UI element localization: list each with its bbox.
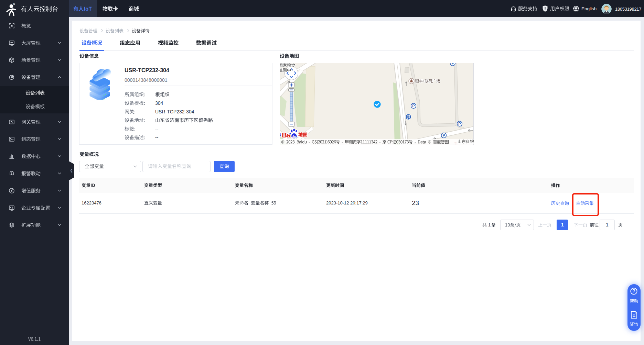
svg-text:du: du <box>292 134 296 138</box>
svg-text:R: R <box>13 3 15 5</box>
svg-text:P: P <box>442 133 445 137</box>
svg-text:P: P <box>412 104 415 108</box>
svg-text:P: P <box>451 63 454 65</box>
svg-text:P: P <box>458 122 461 126</box>
